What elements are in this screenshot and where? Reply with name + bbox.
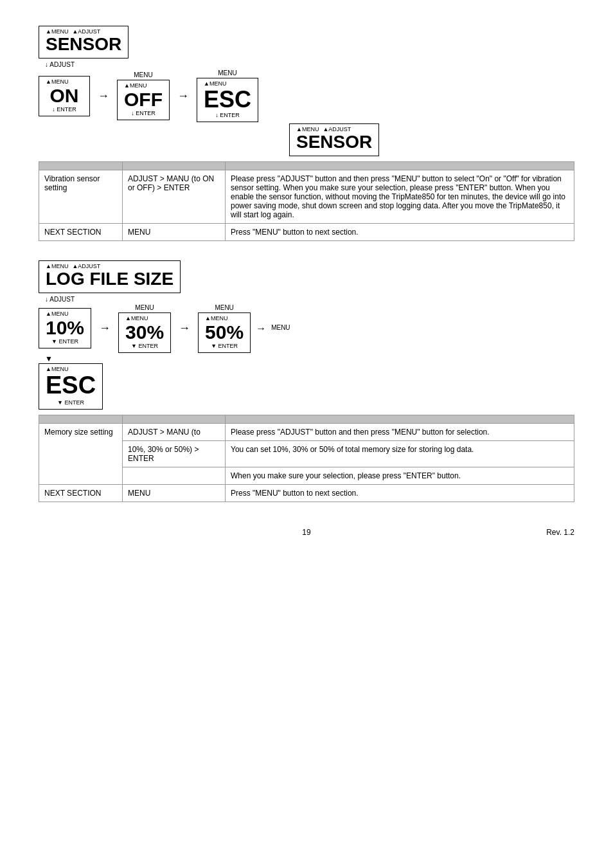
sensor-top-box: ▲MENU ▲ADJUST SENSOR — [39, 26, 129, 59]
cell-next-s1: NEXT SECTION — [39, 224, 123, 241]
arrow-30-50: → — [179, 321, 190, 335]
arrow-50-right: → — [256, 323, 266, 334]
adjust-down-lfs: ↓ ADJUST — [45, 296, 574, 303]
cell-mem-key-3 — [123, 467, 226, 484]
esc-lfs-enter: ▼ ENTER — [57, 399, 84, 406]
cell-vib-sensor-desc: Please press "ADJUST" button and then pr… — [226, 170, 574, 224]
arrow-10-30: → — [99, 321, 111, 335]
menu-badge-10: ▲MENU — [46, 311, 68, 317]
node-30: ▲MENU 30% ▼ ENTER — [118, 312, 171, 353]
table-row: NEXT SECTION MENU Press "MENU" button to… — [39, 484, 574, 502]
cell-mem-desc-1: Please press "ADJUST" button and then pr… — [226, 423, 574, 440]
esc-value: ESC — [204, 87, 251, 113]
cell-next-desc-s2: Press "MENU" button to next section. — [226, 484, 574, 502]
sensor-diagram: ▲MENU ▲ADJUST SENSOR ↓ ADJUST ▲MENU ON ↓ — [39, 26, 574, 156]
val-50: 50% — [205, 321, 244, 343]
menu-label-30: MENU — [135, 304, 154, 311]
cell-mem-desc-2: You can set 10%, 30% or 50% of total mem… — [226, 440, 574, 467]
node-esc-lfs: ▲MENU ESC ▼ ENTER — [39, 363, 103, 410]
cell-next-s2: NEXT SECTION — [39, 484, 123, 502]
th-col1-s2 — [39, 415, 123, 423]
table-row: NEXT SECTION MENU Press "MENU" button to… — [39, 224, 574, 241]
menu-label-50: MENU — [215, 304, 233, 311]
node-esc: ▲MENU ESC ↓ ENTER — [197, 78, 258, 123]
cell-mem-desc-3: When you make sure your selection, pleas… — [226, 467, 574, 484]
sensor-sub-value: SENSOR — [296, 132, 372, 152]
page-footer: 19 Rev. 1.2 — [39, 528, 574, 537]
arrow-on-to-off: → — [98, 89, 109, 103]
enter-50: ▼ ENTER — [211, 343, 238, 349]
esc-enter: ↓ ENTER — [215, 112, 240, 118]
cell-vib-sensor-key: ADJUST > MANU (to ON or OFF) > ENTER — [123, 170, 226, 224]
th-col3-s1 — [226, 162, 574, 170]
lfs-table: Memory size setting ADJUST > MANU (to Pl… — [39, 415, 574, 502]
menu-label-esc: MENU — [218, 69, 236, 77]
table-row: Memory size setting ADJUST > MANU (to Pl… — [39, 423, 574, 440]
node-off: ▲MENU OFF ↓ ENTER — [117, 80, 170, 120]
node-10: ▲MENU 10% ▼ ENTER — [39, 308, 91, 348]
sensor-table: Vibration sensor setting ADJUST > MANU (… — [39, 161, 574, 241]
section-sensor: ▲MENU ▲ADJUST SENSOR ↓ ADJUST ▲MENU ON ↓ — [39, 26, 574, 241]
th-col2-s2 — [123, 415, 226, 423]
adjust-down-arrow-1: ↓ ADJUST — [45, 61, 75, 68]
sensor-title-value: SENSOR — [46, 35, 121, 55]
menu-label-off: MENU — [134, 71, 152, 78]
cell-next-key-s2: MENU — [123, 484, 226, 502]
enter-10: ▼ ENTER — [51, 338, 78, 345]
section-log-file-size: ▲MENU ▲ADJUST LOG FILE SIZE ↓ ADJUST ▲ME… — [39, 260, 574, 502]
val-10: 10% — [46, 317, 84, 338]
lfs-title: LOG FILE SIZE — [46, 269, 173, 289]
table-row: Vibration sensor setting ADJUST > MANU (… — [39, 170, 574, 224]
cell-vib-sensor-label: Vibration sensor setting — [39, 170, 123, 224]
off-enter: ↓ ENTER — [131, 110, 155, 116]
arrow-off-to-esc: → — [177, 89, 189, 103]
revision-label: Rev. 1.2 — [546, 528, 574, 537]
cell-next-desc-s1: Press "MENU" button to next section. — [226, 224, 574, 241]
down-to-esc: ▼ — [45, 354, 53, 363]
lfs-diagram: ▲MENU ▲ADJUST LOG FILE SIZE ↓ ADJUST ▲ME… — [39, 260, 574, 410]
on-enter: ↓ ENTER — [52, 106, 76, 113]
lfs-top-box: ▲MENU ▲ADJUST LOG FILE SIZE — [39, 260, 181, 293]
esc-lfs-value: ESC — [46, 372, 96, 399]
th-col2-s1 — [123, 162, 226, 170]
on-value: ON — [50, 85, 79, 106]
cell-mem-key-1: ADJUST > MANU (to — [123, 423, 226, 440]
menu-label-right: MENU — [271, 324, 290, 331]
cell-mem-key-2: 10%, 30% or 50%) > ENTER — [123, 440, 226, 467]
menu-badge-30: ▲MENU — [125, 315, 148, 321]
menu-badge-on: ▲MENU — [46, 78, 68, 85]
menu-badge-50: ▲MENU — [205, 315, 227, 321]
menu-badge-off: ▲MENU — [124, 82, 147, 89]
cell-next-key-s1: MENU — [123, 224, 226, 241]
off-value: OFF — [124, 89, 163, 110]
enter-30: ▼ ENTER — [131, 343, 158, 349]
val-30: 30% — [125, 321, 164, 343]
th-col3-s2 — [226, 415, 574, 423]
cell-mem-label: Memory size setting — [39, 423, 123, 484]
node-on: ▲MENU ON ↓ ENTER — [39, 76, 90, 116]
th-col1-s1 — [39, 162, 123, 170]
node-50: ▲MENU 50% ▼ ENTER — [198, 312, 251, 353]
page-number: 19 — [302, 528, 310, 537]
sensor-sub-box: ▲MENU ▲ADJUST SENSOR — [289, 123, 379, 156]
